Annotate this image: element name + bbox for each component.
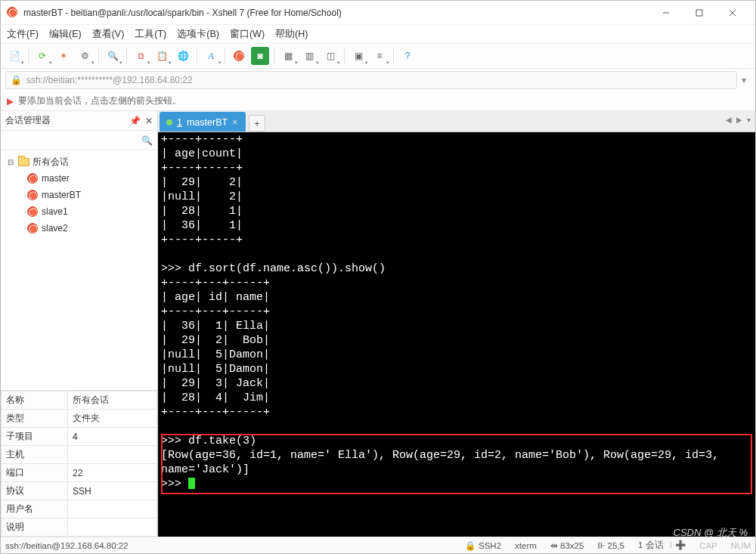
status-conn: ssh://beitian@192.168.64.80:22 (5, 541, 129, 550)
toolbar: 📄 ⟳ ✶ ⚙ 🔍 ⧉ 📋 🌐 A ◙ ▦ ▥ ◫ ▣ ≡ ? (1, 43, 755, 69)
prop-key: 主机 (2, 446, 68, 464)
paste-icon[interactable]: 📋 (153, 47, 171, 65)
status-pos: ⊪ 25,5 (597, 540, 624, 551)
tab-masterbt[interactable]: 1 masterBT × (160, 112, 246, 132)
toolbar-sep (28, 48, 29, 64)
sidebar-search[interactable]: 🔍 (1, 131, 157, 150)
status-cap: CAP (699, 541, 717, 550)
address-field[interactable]: 🔒 ssh://beitian:**********@192.168.64.80… (5, 71, 737, 89)
prop-val: 22 (68, 464, 157, 482)
session-tree: ⊟ 所有会话 master masterBT slave1 (1, 150, 157, 390)
search-icon: 🔍 (141, 135, 153, 146)
addressbar: 🔒 ssh://beitian:**********@192.168.64.80… (1, 69, 755, 91)
prop-row: 主机 (2, 446, 157, 464)
disconnect-icon[interactable]: ✶ (54, 47, 73, 65)
terminal-icon[interactable]: ▣ (349, 47, 367, 65)
tab-next-icon[interactable]: ▶ (736, 116, 742, 124)
expand-icon[interactable]: ⊟ (7, 158, 14, 166)
xshell-icon[interactable] (230, 47, 248, 65)
prop-key: 子项目 (2, 428, 68, 446)
status-sessions: 1 会话 ⸽ ➕ (638, 540, 686, 551)
pin-icon[interactable]: 📌 (129, 116, 141, 126)
tree-item-master[interactable]: master (4, 170, 154, 187)
search-icon[interactable]: 🔍 (104, 47, 122, 65)
prop-key: 名称 (2, 392, 68, 410)
sidebar-header: 会话管理器 📌 ✕ (1, 111, 157, 131)
reconnect-icon[interactable]: ⟳ (33, 47, 51, 65)
status-size: ⇹ 83x25 (550, 540, 584, 551)
tree-item-masterbt[interactable]: masterBT (4, 187, 154, 203)
session-icon (26, 222, 39, 234)
toolbar-sep (344, 48, 345, 64)
status-proto: 🔒SSH2 (465, 540, 501, 551)
sidebar-close-icon[interactable]: ✕ (145, 116, 153, 126)
help-icon[interactable]: ? (398, 47, 417, 65)
toolbar-sep (126, 48, 127, 64)
layout-icon[interactable]: ▦ (279, 47, 297, 65)
cursor (188, 478, 195, 489)
menu-help[interactable]: 帮助(H) (275, 28, 308, 41)
maximize-button[interactable] (683, 2, 716, 23)
minimize-button[interactable] (649, 2, 683, 23)
prop-val: 所有会话 (68, 392, 157, 410)
svg-rect-1 (696, 10, 702, 16)
prop-key: 协议 (2, 482, 68, 500)
tile-icon[interactable]: ▥ (300, 47, 318, 65)
menu-edit[interactable]: 编辑(E) (49, 28, 82, 41)
settings-icon[interactable]: ⚙ (76, 47, 94, 65)
sidebar: 会话管理器 📌 ✕ 🔍 ⊟ 所有会话 master ma (1, 111, 158, 537)
address-text: ssh://beitian:**********@192.168.64.80:2… (26, 75, 193, 85)
prop-row: 端口22 (2, 464, 157, 482)
xftp-icon[interactable]: ◙ (251, 47, 269, 65)
prop-val: 4 (68, 428, 157, 446)
tree-item-label: master (42, 173, 70, 184)
flag-icon: ▶ (7, 96, 14, 107)
tree-item-slave2[interactable]: slave2 (4, 220, 154, 237)
menubar: 文件(F) 编辑(E) 查看(V) 工具(T) 选项卡(B) 窗口(W) 帮助(… (1, 25, 755, 43)
tab-menu-icon[interactable]: ▾ (747, 116, 751, 124)
prop-key: 端口 (2, 464, 68, 482)
status-num: NUM (731, 541, 751, 550)
tab-label: masterBT (187, 117, 228, 128)
titlebar: masterBT - beitian@panli:/usr/local/spar… (1, 1, 755, 25)
tab-prev-icon[interactable]: ◀ (726, 116, 732, 124)
globe-icon[interactable]: 🌐 (174, 47, 192, 65)
session-icon (26, 189, 39, 201)
menu-tools[interactable]: 工具(T) (135, 28, 166, 41)
hint-text: 要添加当前会话，点击左侧的箭头按钮。 (18, 94, 181, 107)
toolbar-sep (393, 48, 394, 64)
tree-root[interactable]: ⊟ 所有会话 (4, 153, 154, 170)
app-window: masterBT - beitian@panli:/usr/local/spar… (0, 0, 756, 554)
properties-panel: 名称所有会话 类型文件夹 子项目4 主机 端口22 协议SSH 用户名 说明 (1, 390, 157, 537)
prop-val: 文件夹 (68, 410, 157, 428)
menu-file[interactable]: 文件(F) (7, 28, 39, 41)
prop-val (68, 500, 157, 518)
toolbar-sep (197, 48, 197, 64)
prop-row: 子项目4 (2, 428, 157, 446)
status-termtype: xterm (515, 541, 537, 550)
menu-view[interactable]: 查看(V) (92, 28, 125, 41)
toolbar-sep (225, 48, 225, 64)
prop-val: SSH (68, 482, 157, 500)
session-icon (26, 172, 39, 184)
menu-tab[interactable]: 选项卡(B) (177, 28, 219, 41)
tree-item-label: slave1 (42, 206, 68, 217)
menu-window[interactable]: 窗口(W) (230, 28, 265, 41)
new-tab-button[interactable]: ＋ (249, 115, 265, 132)
tabbar: 1 masterBT × ＋ ◀ ▶ ▾ (158, 111, 755, 132)
terminal[interactable]: +----+-----+ | age|count| +----+-----+ |… (158, 132, 755, 537)
lock-icon: 🔒 (465, 541, 476, 550)
new-session-icon[interactable]: 📄 (5, 47, 23, 65)
tab-close-icon[interactable]: × (232, 117, 237, 128)
address-dropdown-icon[interactable]: ▾ (737, 75, 751, 85)
tree-item-label: masterBT (42, 190, 81, 200)
tree-root-label: 所有会话 (33, 156, 69, 169)
close-button[interactable] (716, 2, 749, 23)
font-icon[interactable]: A (202, 47, 220, 65)
panel-icon[interactable]: ◫ (321, 47, 339, 65)
copy-icon[interactable]: ⧉ (132, 47, 150, 65)
tree-item-label: slave2 (42, 223, 68, 234)
script-icon[interactable]: ≡ (370, 47, 389, 65)
tree-item-slave1[interactable]: slave1 (4, 203, 154, 220)
prop-key: 说明 (2, 518, 68, 537)
